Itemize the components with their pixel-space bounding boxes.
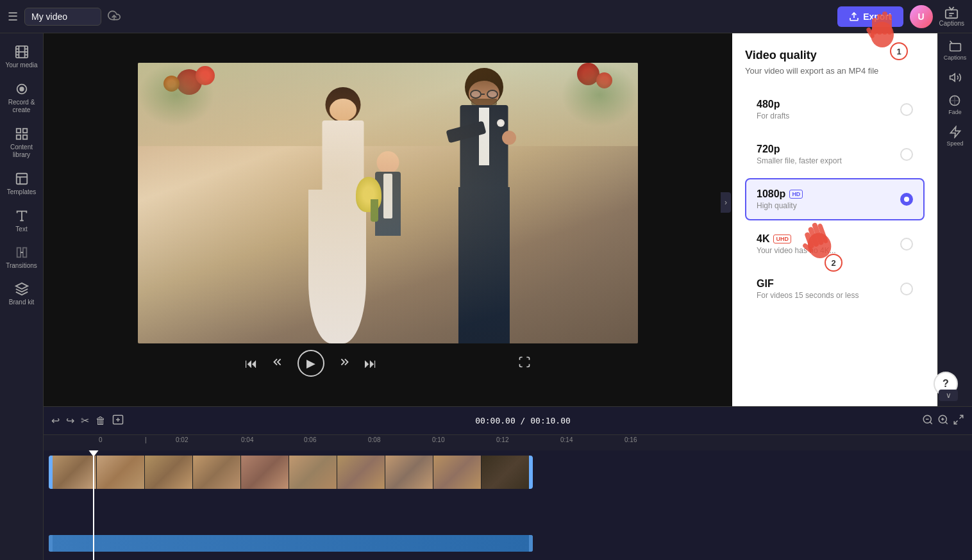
sidebar-item-transitions[interactable]: Transitions [3, 240, 41, 274]
cut-button[interactable]: ✂ [81, 415, 89, 427]
ruler-mark-1: | [145, 436, 147, 443]
user-avatar[interactable]: U [910, 5, 933, 28]
add-to-timeline-button[interactable] [112, 414, 124, 428]
audio-handle-left[interactable] [49, 535, 53, 552]
track-thumbnail-4 [193, 456, 241, 489]
hd-badge: HD [789, 190, 803, 199]
zoom-controls [922, 414, 964, 428]
hamburger-icon[interactable]: ☰ [8, 10, 18, 24]
quality-option-720p[interactable]: 720p Smaller file, faster export [745, 133, 925, 176]
quality-panel-inner: Video quality Your video will export as … [732, 33, 937, 328]
template-icon [15, 172, 29, 186]
svg-line-40 [945, 422, 947, 424]
video-track [49, 456, 533, 489]
sidebar-item-brand-kit[interactable]: Brand kit [3, 277, 41, 311]
svg-line-37 [930, 422, 932, 424]
quality-480p-radio[interactable] [900, 103, 913, 116]
track-thumbnail-1 [49, 456, 97, 489]
ruler-mark-3: 0:04 [241, 436, 253, 443]
audio-track [49, 535, 533, 552]
video-title-input[interactable] [24, 8, 101, 26]
export-button[interactable]: Export [837, 6, 903, 27]
sidebar-item-text[interactable]: Text [3, 204, 41, 238]
video-preview [138, 63, 638, 343]
preview-area: ⏮ ▶ ⏭ [44, 33, 732, 406]
ruler-mark-5: 0:08 [368, 436, 380, 443]
preview-and-panel: ⏮ ▶ ⏭ [44, 33, 972, 406]
volume-tool-button[interactable] [949, 71, 962, 84]
cc-icon [949, 40, 962, 53]
quality-option-480p[interactable]: 480p For drafts [745, 88, 925, 131]
quality-panel: Video quality Your video will export as … [732, 33, 937, 406]
ruler-mark-4: 0:06 [304, 436, 316, 443]
transitions-icon [15, 245, 29, 259]
collapse-panel-arrow[interactable]: › [721, 192, 731, 213]
brand-icon [15, 282, 29, 296]
quality-gif-radio[interactable] [900, 283, 913, 295]
svg-rect-15 [16, 129, 20, 133]
video-track-row [49, 456, 967, 494]
undo-button[interactable]: ↩ [51, 415, 60, 427]
ruler-mark-8: 0:14 [560, 436, 573, 443]
captions-tool-button[interactable]: Captions [944, 40, 967, 61]
svg-rect-30 [950, 44, 960, 51]
library-icon [15, 127, 29, 141]
record-icon [15, 82, 29, 96]
svg-point-14 [20, 87, 24, 91]
fade-tool-button[interactable]: Fade [948, 94, 962, 115]
rewind-5-button[interactable] [271, 355, 285, 372]
svg-marker-31 [950, 74, 955, 81]
quality-option-4k[interactable]: 4K UHD Your video has no 4K... [745, 223, 925, 265]
ruler-mark-7: 0:12 [496, 436, 508, 443]
collapse-timeline-arrow[interactable]: ∨ [939, 390, 958, 401]
track-thumbnail-8 [385, 456, 433, 489]
volume-icon [949, 71, 962, 84]
sidebar-item-templates[interactable]: Templates [3, 167, 41, 201]
delete-button[interactable]: 🗑 [96, 415, 106, 427]
audio-handle-right[interactable] [529, 535, 533, 552]
track-thumbnail-2 [97, 456, 145, 489]
quality-option-1080p[interactable]: 1080p HD High quality [745, 178, 925, 220]
quality-4k-radio[interactable] [900, 238, 913, 251]
fade-icon [948, 94, 961, 107]
quality-1080p-radio[interactable] [900, 193, 913, 206]
fit-timeline-button[interactable] [953, 414, 964, 428]
track-handle-left[interactable] [49, 456, 53, 489]
speed-icon [949, 126, 962, 138]
playback-controls: ⏮ ▶ ⏭ [245, 350, 531, 377]
quality-panel-title: Video quality [745, 49, 925, 62]
time-display: 00:00.00 / 00:10.00 [130, 416, 916, 425]
track-thumbnail-dark [482, 456, 533, 489]
track-thumbnail-3 [145, 456, 193, 489]
timeline-area: ↩ ↪ ✂ 🗑 00:00.00 / 00:10.00 [44, 406, 972, 560]
forward-5-button[interactable] [337, 355, 351, 372]
timeline-ruler: 0 | 0:02 0:04 0:06 0:08 0:10 0:12 0:14 0… [44, 435, 972, 450]
redo-button[interactable]: ↪ [66, 415, 74, 427]
quality-720p-radio[interactable] [900, 148, 913, 161]
main-area: Your media Record &create Contentlibrary… [0, 33, 972, 560]
svg-rect-18 [22, 135, 26, 139]
skip-back-button[interactable]: ⏮ [245, 356, 258, 371]
sidebar-item-your-media[interactable]: Your media [3, 40, 41, 74]
svg-rect-16 [22, 129, 26, 133]
fullscreen-button[interactable] [518, 356, 531, 372]
topbar: ☰ Export U Captions [0, 0, 972, 33]
speed-tool-button[interactable]: Speed [946, 126, 963, 147]
timeline-toolbar: ↩ ↪ ✂ 🗑 00:00.00 / 00:10.00 [44, 407, 972, 435]
track-handle-right[interactable] [529, 456, 533, 489]
ruler-mark-9: 0:16 [624, 436, 637, 443]
track-thumbnail-7 [337, 456, 385, 489]
sidebar-item-record-create[interactable]: Record &create [3, 77, 41, 119]
zoom-out-button[interactable] [922, 414, 934, 428]
quality-option-gif[interactable]: GIF For videos 15 seconds or less [745, 268, 925, 310]
topbar-right: Export U Captions [837, 5, 964, 28]
skip-forward-button[interactable]: ⏭ [364, 356, 377, 371]
captions-button[interactable]: Captions [939, 6, 964, 27]
center-area: ⏮ ▶ ⏭ [44, 33, 972, 560]
svg-rect-19 [16, 174, 27, 185]
track-thumbnail-5 [241, 456, 289, 489]
zoom-in-button[interactable] [937, 414, 949, 428]
sidebar-item-content-library[interactable]: Contentlibrary [3, 122, 41, 164]
timeline-content [44, 450, 972, 560]
play-button[interactable]: ▶ [297, 350, 324, 377]
